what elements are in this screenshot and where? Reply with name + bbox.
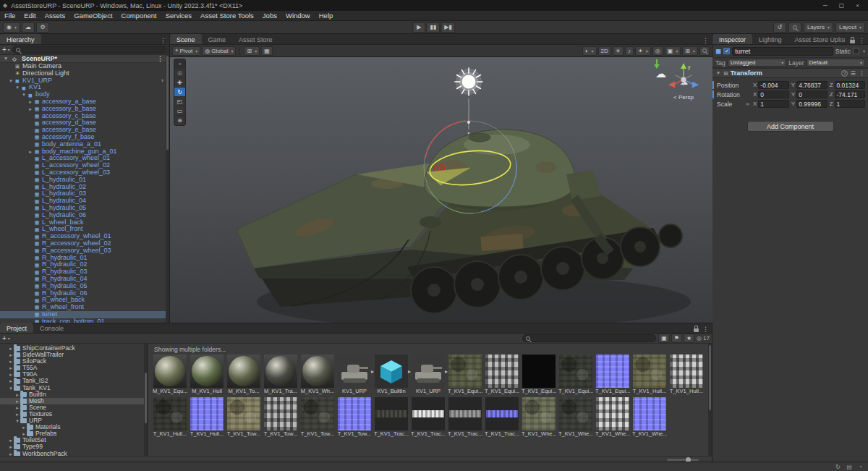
asset-t-kv1-tow-20[interactable]: T_KV1_Tow...	[337, 397, 372, 437]
layout-dropdown[interactable]: Layout▾	[835, 22, 865, 33]
effects-dropdown[interactable]: ✦▾	[635, 46, 651, 56]
asset-t-kv1-hull-16[interactable]: T_KV1_Hull...	[190, 397, 224, 437]
static-dropdown-icon[interactable]: ▾	[863, 48, 865, 54]
snap-increment-button[interactable]: ▦	[261, 46, 273, 56]
pivot-dropdown[interactable]: ⌖Pivot▾	[172, 46, 200, 56]
asset-m-kv1-hull-1[interactable]: M_KV1_Hull	[190, 355, 224, 394]
scene-viewport[interactable]: 08	[170, 57, 712, 323]
lock-icon[interactable]	[850, 40, 855, 43]
tree-scrollbar[interactable]	[144, 344, 148, 456]
asset-t-kv1-trac-21[interactable]: T_KV1_Trac...	[374, 397, 409, 437]
account-dropdown[interactable]: ◉▾	[3, 22, 20, 33]
foldout-icon[interactable]: ▾	[14, 84, 20, 91]
foldout-icon[interactable]: ▸	[8, 345, 14, 352]
folder-urp[interactable]: ▾URP	[0, 417, 148, 424]
camera-settings-dropdown[interactable]: ▣▾	[665, 46, 681, 56]
foldout-icon[interactable]: ▸	[21, 424, 27, 430]
hierarchy-search-input[interactable]	[12, 46, 167, 54]
folder-materials[interactable]: ▸Materials	[0, 424, 148, 430]
prefab-open-arrow[interactable]: ›	[161, 77, 163, 85]
hierarchy-item-r-hydraulic-06[interactable]: ▦R_hydraulic_06	[0, 290, 169, 297]
tab-game[interactable]: Game	[202, 34, 233, 44]
lock-icon[interactable]	[694, 328, 699, 332]
asset-m-kv1-equ-0[interactable]: M_KV1_Equ...	[153, 355, 187, 394]
kebab-menu-icon[interactable]: ⋮	[859, 37, 865, 44]
perspective-label[interactable]: < Persp	[663, 94, 704, 101]
layers-dropdown[interactable]: Layers▾	[804, 22, 833, 33]
global-dropdown[interactable]: ◍Global▾	[202, 46, 236, 56]
scale-tool[interactable]: ◰	[174, 97, 185, 106]
hierarchy-item-l-wheel-back[interactable]: ▦L_wheel_back	[0, 219, 169, 226]
foldout-icon[interactable]: ▸	[8, 444, 14, 450]
asset-t-kv1-hull-14[interactable]: T_KV1_Hull...	[669, 355, 704, 394]
asset-t-kv1-equi-9[interactable]: T_KV1_Equi...	[485, 355, 519, 394]
console-status-icon[interactable]: ▤	[847, 464, 853, 470]
help-icon[interactable]: ?	[841, 70, 848, 77]
rect-tool[interactable]: ▭	[174, 106, 185, 116]
asset-t-kv1-trac-23[interactable]: T_KV1_Trac...	[448, 397, 482, 437]
tab-project[interactable]: Project	[0, 323, 33, 333]
layer-dropdown[interactable]: Default▾	[807, 59, 866, 67]
scene-audio-toggle[interactable]: ♪	[625, 46, 634, 56]
tools-handle[interactable]: ≡	[174, 59, 185, 69]
scene-lighting-toggle[interactable]: ☀	[613, 46, 624, 56]
asset-t-kv1-whe-28[interactable]: T_KV1_Whe...	[632, 397, 667, 437]
foldout-icon[interactable]: ▸	[27, 106, 33, 113]
foldout-icon[interactable]: ▸	[8, 358, 14, 365]
asset-kv1-urp-7[interactable]: ▸KV1_URP	[411, 355, 446, 394]
asset-t-kv1-tow-19[interactable]: T_KV1_Tow...	[300, 397, 335, 437]
menu-item-window[interactable]: Window	[281, 11, 315, 21]
pause-button[interactable]: ▮▮	[426, 22, 440, 33]
scale-z-field[interactable]: 1	[835, 100, 865, 108]
asset-m-kv1-to-2[interactable]: M_KV1_To...	[226, 355, 261, 394]
search-by-type-button[interactable]: ▣	[658, 334, 670, 343]
search-by-label-button[interactable]: ⚑	[671, 334, 682, 343]
foldout-icon[interactable]: ▾	[3, 56, 9, 61]
asset-m-kv1-tra-3[interactable]: M_KV1_Tra...	[263, 355, 298, 394]
foldout-icon[interactable]: ▸	[8, 378, 14, 384]
asset-t-kv1-hull-15[interactable]: T_KV1_Hull...	[153, 397, 187, 437]
asset-t-kv1-tow-17[interactable]: T_KV1_Tow...	[226, 397, 261, 437]
hierarchy-item-kv1[interactable]: ▾◼KV1	[0, 84, 169, 91]
tab-asset-store[interactable]: Asset Store	[232, 34, 279, 44]
asset-t-kv1-trac-22[interactable]: T_KV1_Trac...	[411, 397, 446, 437]
position-x-field[interactable]: -0.004	[758, 81, 788, 89]
presets-icon[interactable]: ☰	[851, 70, 856, 77]
foldout-icon[interactable]: ▾	[8, 385, 14, 391]
grid-scrollbar[interactable]	[708, 344, 712, 456]
rotation-z-field[interactable]: -74.171	[835, 90, 865, 98]
tag-dropdown[interactable]: Untagged▾	[728, 59, 787, 67]
foldout-icon[interactable]: ▸	[8, 451, 14, 457]
services-button[interactable]: ⚙	[36, 22, 49, 33]
menu-item-edit[interactable]: Edit	[20, 11, 40, 21]
kebab-menu-icon[interactable]: ⋮	[702, 37, 709, 44]
asset-t-kv1-equi-8[interactable]: T_KV1_Equi...	[448, 355, 482, 394]
rotate-tool[interactable]: ↻	[174, 88, 185, 97]
grid-snapping-dropdown[interactable]: ⊞▾	[244, 46, 260, 56]
active-checkbox[interactable]: ✓	[723, 48, 730, 54]
menu-item-asset-store-tools[interactable]: Asset Store Tools	[196, 11, 258, 21]
foldout-icon[interactable]: ▸	[27, 98, 33, 106]
scene-header-row[interactable]: ▾ ◇ SceneURP* ⋮	[0, 55, 169, 63]
object-name-field[interactable]: turret	[732, 47, 833, 56]
asset-t-kv1-whe-25[interactable]: T_KV1_Whe...	[522, 397, 556, 437]
folder-workbenchpack[interactable]: ▸WorkbenchPack	[0, 451, 148, 457]
kebab-menu-icon[interactable]: ⋮	[859, 69, 865, 77]
scale-x-field[interactable]: 1	[758, 100, 788, 108]
foldout-icon[interactable]: ▸	[14, 411, 20, 417]
hierarchy-scrollbar[interactable]	[166, 34, 169, 323]
play-button[interactable]: ▶	[412, 22, 425, 33]
scene-search-button[interactable]	[699, 46, 710, 56]
undo-history-button[interactable]: ↺	[773, 22, 786, 33]
hierarchy-item-r-wheel-back[interactable]: ▦R_wheel_back	[0, 297, 169, 304]
tab-scene[interactable]: Scene	[170, 34, 202, 44]
asset-t-kv1-trac-24[interactable]: T_KV1_Trac...	[485, 397, 519, 437]
unity-cloud-button[interactable]: ☁	[22, 22, 35, 33]
static-checkbox[interactable]	[853, 48, 859, 54]
rotation-y-field[interactable]: 0	[796, 90, 827, 98]
asset-t-kv1-equi-10[interactable]: T_KV1_Equi...	[522, 355, 556, 394]
asset-t-kv1-equi-11[interactable]: T_KV1_Equi...	[558, 355, 593, 394]
foldout-icon[interactable]: ▸	[8, 371, 14, 378]
shading-mode-dropdown[interactable]: ◐▾	[582, 46, 597, 56]
project-search-input[interactable]	[522, 334, 656, 342]
